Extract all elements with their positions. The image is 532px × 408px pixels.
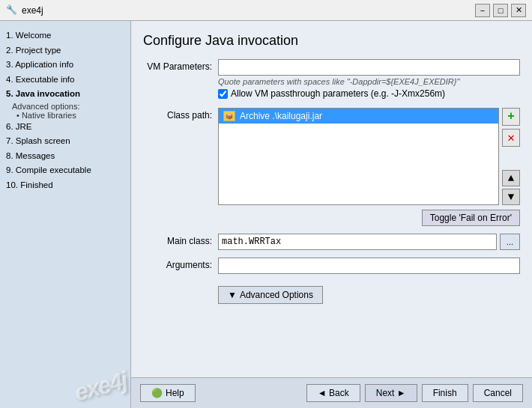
sidebar-advanced-label: Advanced options:: [12, 102, 124, 111]
finish-button[interactable]: Finish: [422, 384, 468, 402]
sidebar-logo: exe4j: [71, 367, 129, 407]
title-bar: 🔧 exe4j − □ ✕: [0, 0, 532, 21]
sidebar-item-project-type[interactable]: 2. Project type: [6, 43, 124, 58]
main-class-browse-button[interactable]: ...: [500, 234, 520, 250]
arguments-input[interactable]: [218, 258, 520, 274]
main-class-row: Main class: ...: [143, 234, 520, 250]
window-controls[interactable]: − □ ✕: [475, 4, 526, 17]
vm-params-label: VM Parameters:: [143, 59, 218, 72]
classpath-container: 📦 Archive .\kailugaji.jar + ✕ ▲ ▼: [218, 108, 520, 205]
vm-params-row: VM Parameters: Quote parameters with spa…: [143, 59, 520, 99]
title-bar-left: 🔧 exe4j: [6, 4, 43, 16]
sidebar-item-splash-screen[interactable]: 7. Splash screen: [6, 134, 124, 149]
vm-params-input[interactable]: [218, 59, 520, 76]
sidebar-item-java-invocation[interactable]: 5. Java invocation: [6, 87, 124, 102]
classpath-content: 📦 Archive .\kailugaji.jar + ✕ ▲ ▼: [218, 108, 520, 226]
main-class-input[interactable]: [218, 234, 497, 250]
bottom-right-buttons: ◄ Back Next ► Finish Cancel: [306, 384, 523, 402]
help-icon: 🟢: [151, 388, 163, 398]
toggle-row: Toggle 'Fail on Error': [218, 210, 520, 226]
app-icon: 🔧: [6, 4, 17, 16]
vm-params-hint: Quote parameters with spaces like "-Dapp…: [218, 77, 520, 86]
panel-title: Configure Java invocation: [143, 33, 520, 49]
sidebar-item-compile-executable[interactable]: 9. Compile executable: [6, 163, 124, 178]
sidebar-item-application-info[interactable]: 3. Application info: [6, 58, 124, 73]
archive-icon: 📦: [223, 111, 235, 121]
main-container: 1. Welcome 2. Project type 3. Applicatio…: [0, 21, 532, 408]
classpath-row: Class path: 📦 Archive .\kailugaji.jar + …: [143, 108, 520, 226]
bottom-bar: 🟢 Help ◄ Back Next ► Finish Cancel: [131, 377, 532, 408]
classpath-item-text: Archive .\kailugaji.jar: [240, 111, 322, 121]
passthrough-label: Allow VM passthrough parameters (e.g. -J…: [231, 88, 445, 99]
help-label: Help: [166, 388, 184, 398]
main-class-label: Main class:: [143, 234, 218, 246]
classpath-label: Class path:: [143, 108, 218, 121]
window-title: exe4j: [22, 5, 43, 16]
minimize-button[interactable]: −: [475, 4, 490, 17]
sidebar-item-welcome[interactable]: 1. Welcome: [6, 28, 124, 43]
passthrough-checkbox[interactable]: [218, 89, 228, 99]
add-classpath-button[interactable]: +: [502, 108, 520, 126]
classpath-item[interactable]: 📦 Archive .\kailugaji.jar: [219, 109, 498, 124]
advanced-options-container: ▼ Advanced Options: [218, 286, 520, 304]
close-button[interactable]: ✕: [511, 4, 526, 17]
toggle-fail-on-error-button[interactable]: Toggle 'Fail on Error': [422, 210, 520, 226]
help-button[interactable]: 🟢 Help: [140, 384, 196, 402]
classpath-action-buttons: + ✕ ▲ ▼: [502, 108, 520, 205]
maximize-button[interactable]: □: [493, 4, 508, 17]
bottom-left-buttons: 🟢 Help: [140, 384, 196, 402]
content-panel: Configure Java invocation VM Parameters:…: [131, 21, 532, 377]
arguments-label: Arguments:: [143, 258, 218, 270]
sidebar-item-native-libraries[interactable]: • Native libraries: [16, 111, 124, 120]
arguments-content: [218, 258, 520, 274]
next-button[interactable]: Next ►: [365, 384, 417, 402]
dropdown-icon: ▼: [228, 290, 237, 300]
move-down-button[interactable]: ▼: [502, 189, 520, 205]
advanced-options-label: Advanced Options: [240, 290, 313, 300]
vm-params-content: Quote parameters with spaces like "-Dapp…: [218, 59, 520, 99]
classpath-list[interactable]: 📦 Archive .\kailugaji.jar: [218, 108, 499, 205]
remove-classpath-button[interactable]: ✕: [502, 129, 520, 147]
back-button[interactable]: ◄ Back: [306, 384, 360, 402]
sidebar-item-messages[interactable]: 8. Messages: [6, 149, 124, 164]
sidebar-item-finished[interactable]: 10. Finished: [6, 178, 124, 193]
arguments-row: Arguments:: [143, 258, 520, 274]
sidebar-item-jre[interactable]: 6. JRE: [6, 120, 124, 135]
sidebar-item-executable-info[interactable]: 4. Executable info: [6, 73, 124, 88]
main-class-content: ...: [218, 234, 520, 250]
passthrough-row: Allow VM passthrough parameters (e.g. -J…: [218, 88, 520, 99]
cancel-button[interactable]: Cancel: [473, 384, 523, 402]
sidebar: 1. Welcome 2. Project type 3. Applicatio…: [0, 21, 131, 408]
move-up-button[interactable]: ▲: [502, 170, 520, 186]
advanced-options-button[interactable]: ▼ Advanced Options: [218, 286, 323, 304]
